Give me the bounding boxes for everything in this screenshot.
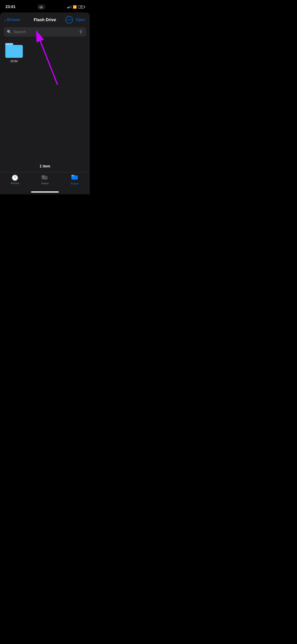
tab-recents[interactable]: 🕐 Recents: [8, 174, 22, 184]
svg-point-4: [46, 176, 48, 178]
folder-name: DCIM: [10, 60, 18, 63]
shared-icon: [42, 174, 48, 181]
back-button[interactable]: ‹ Browse: [4, 18, 20, 22]
content-spacer: [26, 43, 86, 135]
nav-actions: ••• Open: [66, 16, 85, 24]
tab-browse[interactable]: Browse: [68, 174, 82, 185]
svg-rect-3: [42, 175, 44, 177]
back-label: Browse: [7, 18, 20, 22]
tab-bar: 🕐 Recents Shared Brows: [0, 172, 90, 192]
search-input[interactable]: [13, 30, 77, 34]
home-indicator: [31, 192, 59, 192]
page-title: Flash Drive: [34, 18, 56, 22]
open-button[interactable]: Open: [76, 18, 85, 22]
status-time: 23:01: [6, 4, 16, 9]
facetime-pill: 📹: [37, 4, 46, 10]
search-icon: 🔍: [7, 30, 12, 34]
ellipsis-icon: •••: [67, 18, 71, 22]
signal-icon: [67, 6, 71, 8]
chevron-left-icon: ‹: [4, 18, 6, 22]
nav-bar: ‹ Browse Flash Drive ••• Open: [0, 12, 90, 25]
facetime-icon: 📹: [39, 5, 43, 9]
search-bar: 🔍 🎙: [4, 27, 86, 36]
wifi-icon: 📶: [73, 5, 77, 9]
search-container: 🔍 🎙: [0, 25, 90, 40]
item-count: 1 item: [0, 160, 90, 172]
tab-shared-label: Shared: [41, 182, 48, 185]
app-container: ‹ Browse Flash Drive ••• Open 🔍 🎙: [0, 12, 90, 194]
tab-shared[interactable]: Shared: [38, 174, 52, 185]
tab-recents-label: Recents: [11, 182, 19, 184]
microphone-icon[interactable]: 🎙: [79, 30, 83, 34]
recents-icon: 🕐: [12, 174, 18, 181]
status-icons: 📶 26: [67, 5, 84, 9]
content-area: DCIM: [0, 40, 90, 160]
battery-icon: 26: [78, 6, 84, 8]
tab-browse-label: Browse: [71, 182, 78, 185]
svg-rect-6: [71, 175, 74, 176]
more-button[interactable]: •••: [66, 16, 73, 24]
browse-folder-icon: [71, 174, 78, 182]
folder-item-dcim[interactable]: DCIM: [4, 43, 24, 135]
status-bar: 23:01 📹 📶 26: [0, 0, 90, 12]
folder-icon: [5, 43, 23, 58]
